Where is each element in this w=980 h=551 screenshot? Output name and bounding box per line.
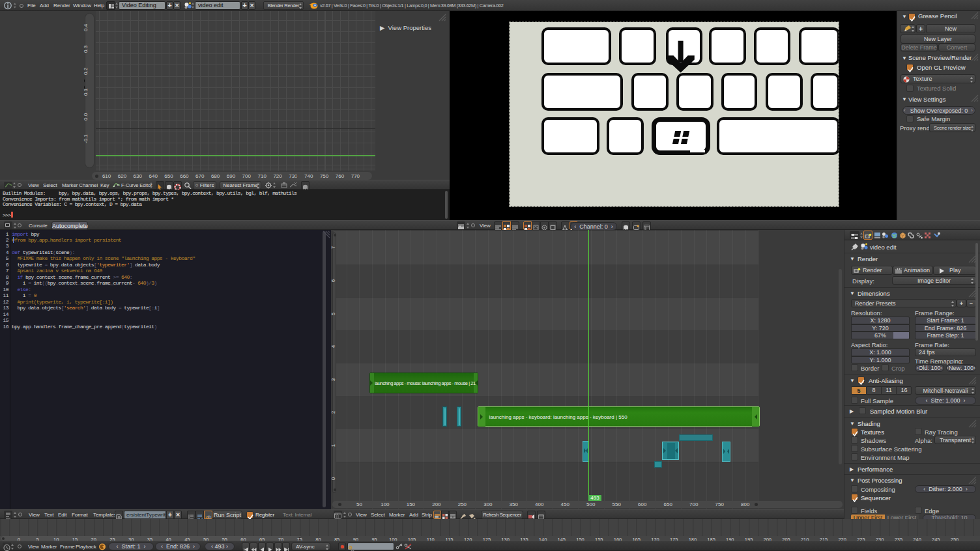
svg-text:b: b [209,514,212,519]
